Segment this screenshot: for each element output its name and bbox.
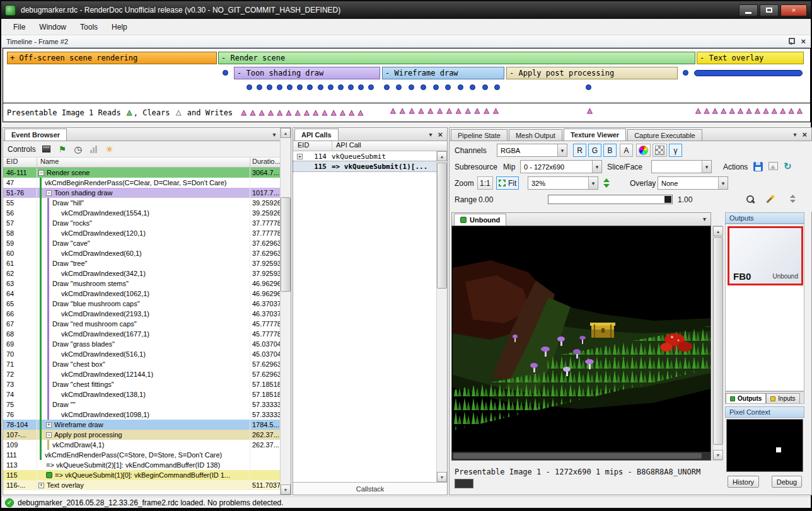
event-row[interactable]: 55Draw "hill"39.25926 (3, 198, 281, 208)
scroll-up-icon[interactable]: ▲ (437, 151, 447, 161)
tab-texture-viewer[interactable]: Texture Viewer (564, 129, 626, 141)
draw-dot[interactable] (433, 84, 439, 90)
panel-menu-icon[interactable]: ▾ (429, 131, 432, 138)
scroll-handle[interactable] (713, 237, 723, 445)
options-button[interactable]: ✳ (105, 144, 115, 154)
draw-dot[interactable] (396, 84, 402, 90)
draw-dot[interactable] (348, 84, 354, 90)
channels-dropdown[interactable]: RGBA ▾ (497, 144, 567, 157)
scroll-handle[interactable] (453, 453, 702, 459)
bookmark-button[interactable]: ⚑ (57, 144, 67, 154)
event-row[interactable]: 109vkCmdDraw(4,1)262.37... (3, 440, 281, 450)
draw-dot[interactable] (494, 84, 500, 90)
overlay-dropdown[interactable]: None ▾ (658, 176, 728, 190)
event-row[interactable]: 61Draw "tree"37.92593 (3, 258, 281, 268)
slice-face-dropdown[interactable]: ▾ (651, 160, 712, 173)
timeline-bars[interactable]: + Off-screen scene rendering - Render sc… (3, 48, 811, 103)
tab-capture-executable[interactable]: Capture Executable (627, 129, 702, 141)
api-row-selected[interactable]: 115 => vkQueueSubmit(1)[... (293, 161, 437, 171)
channel-r-button[interactable]: R (573, 144, 586, 157)
channel-g-button[interactable]: G (588, 144, 601, 157)
scroll-handle[interactable] (281, 197, 291, 292)
draw-dot[interactable] (420, 84, 426, 90)
event-row[interactable]: 67Draw "red mushroom caps"45.77778 (3, 319, 281, 329)
panel-menu-icon[interactable]: ▾ (793, 131, 796, 138)
timeline-bar-post-processing[interactable]: - Apply post processing (506, 67, 678, 79)
event-row[interactable]: 51-76−Toon shading draw1017.7... (3, 188, 281, 198)
timeline-usage-row[interactable]: Presentable Image 1 Reads ▲, Clears ▲ an… (3, 103, 811, 122)
close-button[interactable]: × (780, 4, 807, 16)
panel-close-icon[interactable]: × (438, 132, 443, 138)
api-calls-scrollbar[interactable]: ▲ ▼ (436, 151, 447, 482)
tab-inputs[interactable]: Inputs (766, 393, 799, 403)
event-row[interactable]: 116-...+Text overlay511.7037 (3, 480, 281, 490)
pin-icon[interactable] (787, 38, 794, 45)
history-button[interactable]: History (728, 476, 759, 488)
timeline-bar-toon-shading[interactable]: - Toon shading draw (234, 67, 380, 79)
tree-toggle-icon[interactable]: + (46, 422, 52, 428)
range-handle[interactable] (664, 196, 671, 203)
draw-dot[interactable] (409, 84, 414, 90)
draw-dot[interactable] (307, 84, 313, 90)
reset-range-button[interactable] (790, 195, 796, 203)
draw-dot[interactable] (358, 84, 364, 90)
mip-dropdown[interactable]: 0 - 1272x690 ▾ (520, 160, 602, 173)
event-row[interactable]: 68vkCmdDrawIndexed(1677,1)45.77778 (3, 329, 281, 339)
maximize-button[interactable] (760, 4, 779, 16)
flip-y-button[interactable] (603, 178, 610, 188)
hdr-mul-button[interactable] (636, 144, 651, 157)
event-row[interactable]: 69Draw "grass blades"45.03704 (3, 339, 281, 349)
timeline-close-icon[interactable]: × (801, 38, 806, 45)
texture-hscrollbar[interactable] (452, 452, 710, 460)
scroll-down-icon[interactable]: ▼ (281, 485, 291, 495)
draw-dot[interactable] (257, 84, 262, 90)
background-button[interactable] (652, 144, 667, 157)
event-row[interactable]: 56vkCmdDrawIndexed(1554,1)39.25926 (3, 208, 281, 218)
column-eid[interactable]: EID (3, 158, 37, 167)
event-browser-scrollbar[interactable]: ▲ ▼ (280, 128, 291, 495)
timeline-bar-wireframe[interactable]: - Wireframe draw (382, 67, 504, 79)
event-row[interactable]: 76vkCmdDrawIndexed(1098,1)57.33333 (3, 410, 281, 420)
event-row[interactable]: 107-...−Apply post processing262.37... (3, 430, 281, 440)
scroll-down-icon[interactable]: ▼ (713, 450, 723, 460)
draw-dot[interactable] (297, 84, 303, 90)
stats-button[interactable] (89, 144, 99, 154)
tree-toggle-icon[interactable]: − (46, 432, 52, 438)
event-row[interactable]: 75Draw ""57.33333 (3, 399, 281, 410)
column-duration[interactable]: Duratio... (250, 158, 281, 167)
draw-dot[interactable] (683, 70, 688, 76)
draw-dot[interactable] (328, 84, 334, 90)
draw-dot[interactable] (470, 84, 475, 90)
autofit-range-button[interactable] (765, 195, 775, 205)
gamma-button[interactable]: γ (669, 144, 682, 157)
event-row[interactable]: 65Draw "blue mushroom caps"46.37037 (3, 299, 281, 309)
draw-dot[interactable] (318, 84, 323, 90)
event-row[interactable]: 47vkCmdBeginRenderPass(C=Clear, D=Clear,… (3, 178, 281, 188)
timeline-bar-render-scene[interactable]: - Render scene (218, 52, 695, 64)
event-row[interactable]: 58vkCmdDrawIndexed(120,1)37.77778 (3, 228, 281, 238)
draw-dot[interactable] (445, 84, 451, 90)
scroll-down-icon[interactable]: ▼ (437, 472, 447, 482)
clock-button[interactable]: ◷ (73, 144, 83, 154)
menu-file[interactable]: File (6, 20, 32, 34)
event-row[interactable]: 66vkCmdDrawIndexed(2193,1)46.37037 (3, 309, 281, 319)
event-row[interactable]: 57Draw "rocks"37.77778 (3, 218, 281, 228)
texture-vscrollbar[interactable]: ▲ ▼ (712, 226, 722, 461)
draw-dot[interactable] (246, 84, 252, 90)
minimize-button[interactable] (739, 4, 758, 16)
draw-dot[interactable] (368, 84, 374, 90)
tree-toggle-icon[interactable]: − (38, 170, 44, 176)
timeline-bar-text-overlay[interactable]: - Text overlay (697, 52, 804, 64)
channel-a-button[interactable]: A (620, 144, 633, 157)
api-row[interactable]: + 114 vkQueueSubmit (293, 151, 437, 161)
tab-api-calls[interactable]: API Calls (294, 129, 339, 141)
event-row[interactable]: 78-104+Wireframe draw1784.5... (3, 420, 281, 430)
draw-dot[interactable] (223, 70, 228, 76)
event-row[interactable]: 73Draw "chest fittings"57.18518 (3, 379, 281, 389)
tab-event-browser[interactable]: Event Browser (4, 129, 67, 141)
menu-tools[interactable]: Tools (73, 20, 105, 34)
zoom-1to1-button[interactable]: 1:1 (477, 176, 493, 190)
event-row[interactable]: 72vkCmdDrawIndexed(12144,1)57.62963 (3, 369, 281, 379)
menu-window[interactable]: Window (32, 20, 73, 34)
event-row[interactable]: 70vkCmdDrawIndexed(516,1)45.03704 (3, 349, 281, 359)
